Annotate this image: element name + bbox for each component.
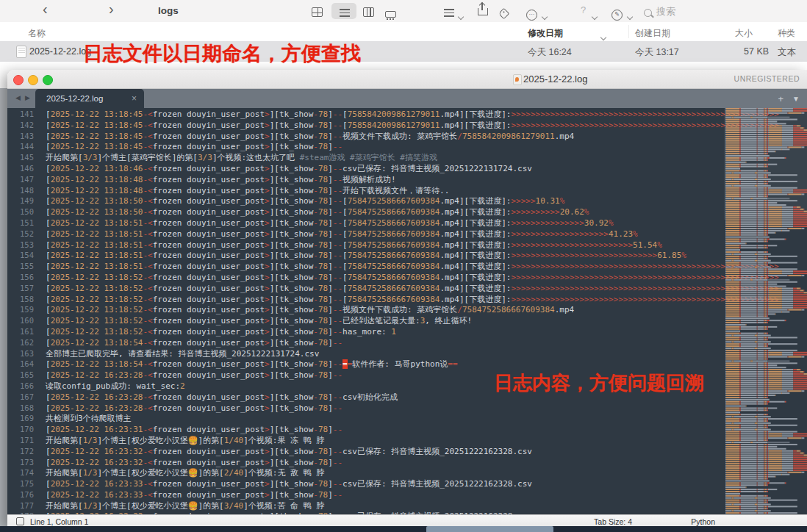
log-line: 172[2025-12-22 16:23:32-<frozen douyin_u… <box>7 446 779 457</box>
log-line: 141[2025-12-22 13:18:45-<frozen douyin_u… <box>7 109 779 120</box>
log-line: 163全部博主已爬取完毕, 请查看结果: 抖音博主视频_202512221317… <box>7 348 779 359</box>
syntax-indicator[interactable]: Python <box>691 517 715 526</box>
back-icon[interactable]: ‹ <box>43 1 48 18</box>
quick-action-chevron-icon <box>628 9 632 22</box>
file-modified: 今天 16:24 <box>528 46 572 59</box>
editor-titlebar[interactable]: 2025-12-22.log UNREGISTERED <box>7 70 807 89</box>
screen: ‹ › logs ··· ? ✎ 搜索 名称 修改日期 <box>0 0 807 532</box>
log-line: 174开始爬第[1/3]个博主[权少爱吃小汉堡🍔]的第[2/40]个视频:无 敌… <box>7 467 779 478</box>
log-line: 144[2025-12-22 13:18:45-<frozen douyin_u… <box>7 141 779 152</box>
tab-close-icon[interactable]: × <box>132 93 137 104</box>
annotation-filename: 日志文件以日期命名，方便查找 <box>83 40 361 67</box>
column-header-size[interactable]: 大小 <box>735 27 753 40</box>
log-line: 148[2025-12-22 13:18:48-<frozen douyin_u… <box>7 185 779 196</box>
tab-size-indicator[interactable]: Tab Size: 4 <box>594 517 632 526</box>
log-line: 143[2025-12-22 13:18:45-<frozen douyin_u… <box>7 131 779 142</box>
tab-label: 2025-12-22.log <box>46 94 103 103</box>
log-line: 161[2025-12-22 13:18:52-<frozen douyin_u… <box>7 326 779 337</box>
cursor-position: Line 1, Column 1 <box>30 517 88 526</box>
file-created: 今天 13:17 <box>635 46 679 59</box>
log-line: 146[2025-12-22 13:18:46-<frozen douyin_u… <box>7 163 779 174</box>
log-line: 162[2025-12-22 13:18:54-<frozen douyin_u… <box>7 337 779 348</box>
tab-scroll-right-icon[interactable]: ▶ <box>25 94 30 101</box>
tab-scroll-left-icon[interactable]: ◀ <box>15 94 21 101</box>
tag-icon[interactable] <box>500 7 508 21</box>
license-status: UNREGISTERED <box>734 74 800 83</box>
help-icon[interactable]: ? <box>581 4 586 15</box>
log-line: 168[2025-12-22 16:23:28-<frozen douyin_u… <box>7 403 779 414</box>
document-icon <box>16 46 26 58</box>
more-icon[interactable]: ··· <box>526 6 537 21</box>
finder-column-headers: 名称 修改日期 创建日期 大小 种类 <box>0 22 807 41</box>
search-input[interactable]: 搜索 <box>656 5 675 18</box>
log-line: 151[2025-12-22 13:18:51-<frozen douyin_u… <box>7 218 779 229</box>
group-icon[interactable] <box>444 7 454 20</box>
help-chevron-icon <box>592 9 597 22</box>
close-window-icon[interactable] <box>13 75 24 85</box>
minimap-viewport[interactable] <box>724 108 807 220</box>
log-line: 177开始爬第[1/3]个博主[权少爱吃小汉堡🍔]的第[3/40]个视频:苦 命… <box>7 500 779 511</box>
status-bar: Line 1, Column 1 Tab Size: 4 Python <box>7 514 807 526</box>
log-line: 170[2025-12-22 16:23:31-<frozen douyin_u… <box>7 424 779 435</box>
column-header-created[interactable]: 创建日期 <box>635 27 670 40</box>
log-line: 175[2025-12-22 16:23:33-<frozen douyin_u… <box>7 478 779 489</box>
file-kind: 文本 <box>778 46 796 59</box>
view-list-icon[interactable] <box>340 7 350 20</box>
log-line: 169共检测到3个待爬取博主 <box>7 413 779 424</box>
column-header-kind[interactable]: 种类 <box>778 27 795 40</box>
column-divider <box>628 25 629 38</box>
view-grid-icon[interactable] <box>312 7 323 20</box>
log-line: 160[2025-12-22 13:18:52-<frozen douyin_u… <box>7 315 779 326</box>
log-line: 171开始爬第[1/3]个博主[权少爱吃小汉堡🍔]的第[1/40]个视频:果 冻… <box>7 435 779 446</box>
log-line: 145开始爬第[3/3]个博主[菜鸡宇馆长]的第[3/3]个视频:这也太坑了吧 … <box>7 152 779 163</box>
editor-window: 2025-12-22.log UNREGISTERED ◀ ▶ 2025-12-… <box>7 70 807 526</box>
quick-action-icon[interactable]: ✎ <box>611 6 623 21</box>
log-line: 152[2025-12-22 13:18:51-<frozen douyin_u… <box>7 229 779 240</box>
log-line: 158[2025-12-22 13:18:52-<frozen douyin_u… <box>7 294 779 305</box>
tab-active[interactable]: 2025-12-22.log × <box>35 89 144 109</box>
background-window-edge <box>0 88 7 526</box>
file-name: 2025-12-22.log <box>29 46 91 57</box>
tab-overflow-icon[interactable]: ▼ <box>792 95 800 103</box>
log-line: 149[2025-12-22 13:18:50-<frozen douyin_u… <box>7 195 779 206</box>
log-line: 157[2025-12-22 13:18:52-<frozen douyin_u… <box>7 283 779 294</box>
group-chevron-icon <box>459 9 463 22</box>
file-size: 57 KB <box>744 46 769 57</box>
log-line: 159[2025-12-22 13:18:52-<frozen douyin_u… <box>7 304 779 315</box>
share-icon[interactable] <box>478 4 488 18</box>
editor-window-title: 2025-12-22.log <box>523 73 587 85</box>
log-line: 142[2025-12-22 13:18:45-<frozen douyin_u… <box>7 120 779 131</box>
log-line: 150[2025-12-22 13:18:50-<frozen douyin_u… <box>7 206 779 218</box>
code-lines[interactable]: 141[2025-12-22 13:18:45-<frozen douyin_u… <box>7 109 779 514</box>
view-gallery-icon[interactable] <box>385 7 396 21</box>
new-tab-icon[interactable]: + <box>778 93 783 104</box>
log-line: 176[2025-12-22 16:23:33-<frozen douyin_u… <box>7 489 779 500</box>
finder-toolbar: ‹ › logs ··· ? ✎ 搜索 <box>0 0 807 23</box>
column-header-name[interactable]: 名称 <box>28 27 46 40</box>
minimize-window-icon[interactable] <box>28 75 38 85</box>
log-line: 147[2025-12-22 13:18:48-<frozen douyin_u… <box>7 174 779 185</box>
bottom-window-strip <box>0 526 807 532</box>
view-columns-icon[interactable] <box>363 7 374 20</box>
annotation-log-content: 日志内容，方便问题回溯 <box>494 370 704 396</box>
log-line: 154[2025-12-22 13:18:51-<frozen douyin_u… <box>7 250 779 261</box>
selection-mode-icon[interactable] <box>16 517 24 525</box>
log-line: 156[2025-12-22 13:18:52-<frozen douyin_u… <box>7 272 779 283</box>
log-line: 173[2025-12-22 16:23:32-<frozen douyin_u… <box>7 457 779 468</box>
log-line: 153[2025-12-22 13:18:51-<frozen douyin_u… <box>7 240 779 251</box>
sublime-file-icon <box>513 74 522 85</box>
search-icon[interactable] <box>644 7 652 20</box>
finder-title: logs <box>158 5 179 16</box>
column-header-modified[interactable]: 修改日期 <box>528 27 563 40</box>
bottom-window-segment <box>426 526 553 532</box>
tab-bar: ◀ ▶ 2025-12-22.log × + ▼ <box>7 89 807 109</box>
more-chevron-icon <box>542 9 547 22</box>
forward-icon[interactable]: › <box>109 1 114 18</box>
log-line: 155[2025-12-22 13:18:51-<frozen douyin_u… <box>7 261 779 272</box>
log-line: 164[2025-12-22 13:18:54-<frozen douyin_u… <box>7 359 779 370</box>
editor-content[interactable]: 141[2025-12-22 13:18:45-<frozen douyin_u… <box>7 108 807 514</box>
zoom-window-icon[interactable] <box>43 75 53 85</box>
